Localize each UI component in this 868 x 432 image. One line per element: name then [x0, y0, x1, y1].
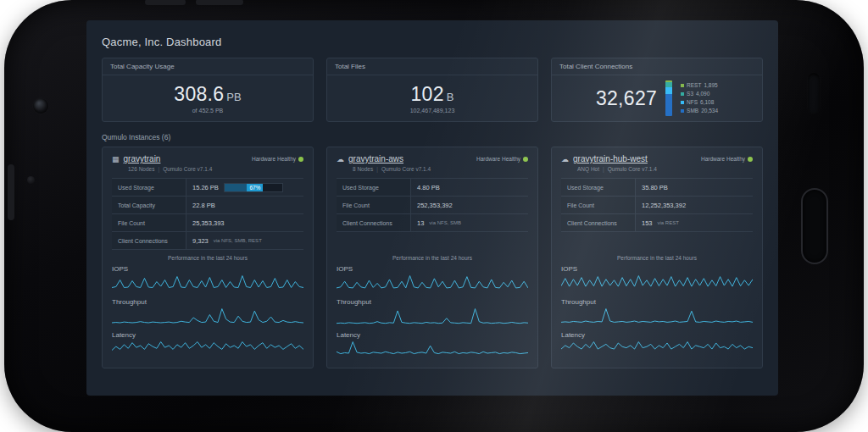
- node-count: 126 Nodes: [128, 166, 154, 172]
- iops-label: IOPS: [112, 265, 303, 273]
- connections-legend: REST 1,895 S3 4,090 NFS 6,: [681, 82, 718, 114]
- legend-value: 20,534: [701, 108, 718, 114]
- stat-row-client-connections: Client Connections 9,323 via NFS, SMB, R…: [112, 232, 303, 250]
- legend-swatch: [681, 84, 684, 87]
- total-connections-value: 32,627: [596, 87, 657, 110]
- legend-swatch: [681, 101, 684, 104]
- legend-value: 1,895: [704, 82, 717, 89]
- instance-stats-table: Used Storage 35.80 PB File Count 12,252,…: [561, 178, 753, 250]
- cluster-icon: ▦: [112, 155, 120, 163]
- healthy-dot-icon: [523, 157, 528, 162]
- legend-label: SMB: [687, 108, 698, 114]
- cloud-icon: ☁: [337, 155, 344, 163]
- meta-divider: |: [158, 166, 159, 172]
- dashboard: Qacme, Inc. Dashboard Total Capacity Usa…: [86, 20, 778, 377]
- card-total-files: Total Files 102 B 102,467,489,123: [326, 58, 538, 122]
- used-storage-progressbar: 67%: [224, 183, 283, 192]
- legend-label: S3: [687, 91, 693, 97]
- throughput-sparkline: [112, 307, 303, 327]
- instance-meta: 126 Nodes | Qumulo Core v7.1.4: [128, 166, 303, 172]
- phone-camera: [33, 98, 48, 114]
- card-total-capacity-title: Total Capacity Usage: [103, 58, 313, 75]
- hardware-health-status: Hardware Healthy: [476, 156, 528, 162]
- stacked-bar-segment: [665, 87, 672, 94]
- used-storage-value: 15.26 PB: [192, 184, 219, 191]
- core-version: Qumulo Core v7.1.4: [381, 166, 431, 172]
- total-capacity-value: 308.6: [174, 83, 224, 106]
- instance-card-gravytrain-hub-west: ☁ gravytrain-hub-west Hardware Healthy A…: [551, 147, 763, 368]
- latency-label: Latency: [561, 331, 753, 339]
- phone-power-button: [145, 0, 186, 5]
- used-storage-value: 4.80 PB: [417, 184, 440, 191]
- phone-frame: Qacme, Inc. Dashboard Total Capacity Usa…: [4, 0, 864, 432]
- total-files-subtext: 102,467,489,123: [410, 108, 455, 114]
- iops-label: IOPS: [561, 265, 753, 273]
- throughput-label: Throughput: [561, 298, 753, 306]
- instances-row: ▦ gravytrain Hardware Healthy 126 Nodes …: [102, 147, 763, 368]
- connections-stacked-bar: [665, 80, 672, 116]
- connections-protocols: via NFS, SMB: [429, 220, 461, 225]
- latency-label: Latency: [337, 331, 528, 339]
- card-total-capacity-body: 308.6 PB of 452.5 PB: [103, 75, 313, 121]
- card-total-capacity: Total Capacity Usage 308.6 PB of 452.5 P…: [102, 58, 314, 122]
- latency-sparkline: [112, 341, 303, 360]
- stat-row-used-storage: Used Storage 35.80 PB: [561, 179, 753, 197]
- legend-label: REST: [687, 82, 701, 89]
- iops-label: IOPS: [337, 265, 528, 273]
- core-version: Qumulo Core v7.1.4: [608, 166, 657, 172]
- instance-name-link[interactable]: gravytrain: [124, 154, 161, 163]
- healthy-dot-icon: [748, 157, 753, 162]
- card-total-connections-body: 32,627 REST 1,895 S3 4,090: [552, 75, 762, 121]
- phone-sensor: [27, 176, 35, 184]
- legend-swatch: [681, 92, 684, 96]
- legend-value: 4,090: [696, 91, 709, 97]
- performance-label: Performance in the last 24 hours: [112, 255, 303, 261]
- throughput-label: Throughput: [112, 298, 303, 306]
- legend-item-nfs: NFS 6,108: [681, 99, 718, 106]
- client-connections-cell: 13: [417, 219, 424, 227]
- legend-item-s3: S3 4,090: [681, 91, 718, 97]
- legend-item-smb: SMB 20,534: [681, 108, 718, 114]
- healthy-dot-icon: [298, 157, 303, 162]
- hardware-health-status: Hardware Healthy: [701, 156, 753, 162]
- phone-home-button: [801, 188, 828, 264]
- used-storage-value: 35.80 PB: [642, 184, 668, 191]
- card-total-files-body: 102 B 102,467,489,123: [327, 75, 537, 121]
- total-capacity-subtext: of 452.5 PB: [192, 108, 224, 114]
- cloud-icon: ☁: [561, 155, 569, 163]
- iops-sparkline: [561, 274, 753, 294]
- legend-label: NFS: [687, 99, 698, 106]
- total-files-value: 102: [411, 83, 444, 106]
- instance-meta: ANQ Hot | Qumulo Core v7.1.4: [577, 166, 753, 172]
- phone-volume-button: [196, 0, 243, 5]
- instance-name-link[interactable]: gravytrain-hub-west: [573, 154, 648, 163]
- card-total-files-title: Total Files: [327, 58, 537, 75]
- legend-value: 6,108: [700, 99, 714, 106]
- node-count: ANQ Hot: [577, 166, 599, 172]
- stat-row-used-storage: Used Storage 15.26 PB 67%: [112, 179, 303, 197]
- health-label: Hardware Healthy: [252, 156, 296, 162]
- card-total-connections-title: Total Client Connections: [552, 58, 762, 75]
- stat-row-used-storage: Used Storage 4.80 PB: [337, 179, 528, 197]
- file-count-cell: 252,353,392: [417, 202, 453, 209]
- instance-name-link[interactable]: gravytrain-aws: [348, 154, 403, 163]
- performance-label: Performance in the last 24 hours: [561, 255, 753, 261]
- performance-label: Performance in the last 24 hours: [337, 255, 528, 261]
- instance-card-gravytrain-aws: ☁ gravytrain-aws Hardware Healthy 8 Node…: [326, 147, 538, 368]
- instances-section-title: Qumulo Instances (6): [102, 133, 763, 141]
- legend-swatch: [681, 109, 684, 113]
- stat-row-client-connections: Client Connections 153 via REST: [561, 214, 753, 232]
- phone-earpiece: [808, 73, 820, 114]
- stat-row-client-connections: Client Connections 13 via NFS, SMB: [337, 214, 528, 232]
- stacked-bar-segment: [665, 94, 672, 116]
- iops-sparkline: [112, 274, 303, 294]
- connections-protocols: via REST: [658, 220, 679, 225]
- health-label: Hardware Healthy: [476, 156, 520, 162]
- progress-percent-label: 67%: [247, 184, 263, 191]
- core-version: Qumulo Core v7.1.4: [163, 166, 212, 172]
- instance-meta: 8 Nodes | Qumulo Core v7.1.4: [353, 166, 528, 172]
- file-count-cell: 12,252,353,392: [642, 202, 686, 209]
- instance-card-gravytrain: ▦ gravytrain Hardware Healthy 126 Nodes …: [102, 147, 314, 368]
- health-label: Hardware Healthy: [701, 156, 745, 162]
- stat-row-file-count: File Count 25,353,393: [112, 214, 303, 232]
